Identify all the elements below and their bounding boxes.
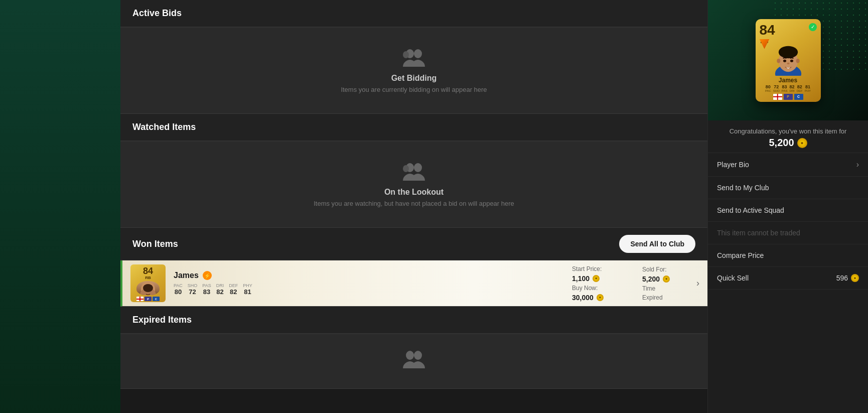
england-flag xyxy=(136,297,143,301)
svg-point-16 xyxy=(778,46,797,58)
quick-sell-action[interactable]: Quick Sell 596 ● xyxy=(708,267,868,290)
stat-dri: DRI 82 xyxy=(216,283,224,296)
won-item-james[interactable]: 84 RB xyxy=(120,260,707,307)
buy-now-price: 30,000 xyxy=(572,294,594,302)
compare-price-label: Compare Price xyxy=(717,251,764,259)
quick-sell-value-display: 596 ● xyxy=(836,274,859,282)
left-sidebar xyxy=(0,0,120,413)
win-coin-icon: ● xyxy=(797,138,807,148)
price-info: Start Price: 1,100 ● Buy Now: 30,000 ● xyxy=(572,265,632,302)
player-face-mini xyxy=(136,281,160,295)
sold-price: 5,200 xyxy=(642,275,660,283)
card-stat-phy: 81 PHY xyxy=(805,85,811,92)
win-price-value: 5,200 xyxy=(769,137,794,149)
svg-point-21 xyxy=(796,59,799,63)
active-bids-empty-subtitle: Items you are currently bidding on will … xyxy=(341,86,487,93)
item-chevron: › xyxy=(696,278,699,289)
svg-point-10 xyxy=(143,284,153,292)
sold-info: Sold For: 5,200 ● Time Expired xyxy=(642,266,692,301)
player-name-row: James ⚡ xyxy=(174,271,572,280)
svg-point-19 xyxy=(787,62,789,64)
svg-point-12 xyxy=(414,351,422,360)
watched-items-icon xyxy=(401,162,427,182)
sold-coin: ● xyxy=(663,276,670,283)
premier-league-icon: P xyxy=(144,297,152,301)
time-status: Expired xyxy=(642,294,692,301)
expired-items-title: Expired Items xyxy=(132,315,192,325)
watched-items-empty-subtitle: Items you are watching, but have not pla… xyxy=(314,200,514,207)
stat-sho: SHO 72 xyxy=(188,283,198,296)
card-flags-mini: P C xyxy=(136,297,160,301)
player-name: James xyxy=(174,271,199,280)
start-price-value-row: 1,100 ● xyxy=(572,274,632,283)
expired-items-empty xyxy=(120,334,707,389)
cannot-trade-label: This item cannot be traded xyxy=(717,229,800,237)
expired-items-header: Expired Items xyxy=(120,307,707,334)
active-bids-empty-title: Get Bidding xyxy=(391,74,437,83)
card-display-area: ✓ 84 RB xyxy=(708,0,868,120)
svg-point-20 xyxy=(777,59,780,63)
player-stats: PAC 80 SHO 72 PAS 83 DRI xyxy=(174,283,572,296)
sold-for-label: Sold For: xyxy=(642,266,692,273)
start-price-row: Start Price: xyxy=(572,265,632,272)
svg-point-5 xyxy=(403,165,409,172)
center-panel: Active Bids Get Bidding Items you are cu… xyxy=(120,0,707,413)
send-to-club-action[interactable]: Send to My Club xyxy=(708,177,868,199)
active-bids-empty: Get Bidding Items you are currently bidd… xyxy=(120,28,707,114)
buy-now-row: Buy Now: xyxy=(572,285,632,292)
card-flags-large: P C xyxy=(773,94,803,100)
send-all-button[interactable]: Send All to Club xyxy=(619,235,695,253)
quick-sell-label: Quick Sell xyxy=(717,274,749,282)
expired-items-icon xyxy=(401,349,427,369)
svg-point-11 xyxy=(406,351,414,360)
stat-phy: PHY 81 xyxy=(243,283,252,296)
card-stat-def: 82 DEF xyxy=(797,85,803,92)
won-items-header: Won Items Send All to Club xyxy=(120,228,707,260)
player-card-mini: 84 RB xyxy=(130,264,166,302)
card-player-face-large xyxy=(768,45,808,76)
card-stat-dri: 82 DRI xyxy=(789,85,794,92)
card-rating-mini: 84 xyxy=(143,266,153,276)
active-bids-title: Active Bids xyxy=(132,8,182,18)
compare-price-action[interactable]: Compare Price xyxy=(708,244,868,267)
svg-point-1 xyxy=(414,49,422,58)
card-position-mini: RB xyxy=(145,276,151,280)
card-check-icon: ✓ xyxy=(809,23,817,31)
time-label: Time xyxy=(642,285,692,292)
player-bio-chevron: › xyxy=(856,160,859,169)
send-to-active-action[interactable]: Send to Active Squad xyxy=(708,199,868,222)
player-bio-action[interactable]: Player Bio › xyxy=(708,153,868,177)
player-card-large: ✓ 84 RB xyxy=(756,19,821,102)
watched-items-header: Watched Items xyxy=(120,114,707,141)
win-info: Congratulations, you've won this item fo… xyxy=(708,120,868,153)
right-panel: ✓ 84 RB xyxy=(707,0,868,413)
buy-now-label: Buy Now: xyxy=(572,285,598,292)
pl-badge-large: P xyxy=(784,94,793,100)
card-stat-pas: 83 PAS xyxy=(782,85,788,92)
send-to-active-label: Send to Active Squad xyxy=(717,206,784,214)
player-info: James ⚡ PAC 80 SHO 72 PAS xyxy=(174,269,572,298)
svg-point-4 xyxy=(414,163,422,172)
send-to-club-label: Send to My Club xyxy=(717,184,769,192)
buy-now-coin: ● xyxy=(597,294,604,301)
quick-sell-coin: ● xyxy=(851,274,859,282)
club-icon: C xyxy=(153,297,160,301)
watched-items-title: Watched Items xyxy=(132,122,196,132)
start-price-label: Start Price: xyxy=(572,265,602,272)
england-flag-large xyxy=(773,94,782,100)
start-price-coin: ● xyxy=(593,275,600,282)
stat-pas: PAS 83 xyxy=(202,283,211,296)
player-special-icon: ⚡ xyxy=(203,271,212,280)
win-text: Congratulations, you've won this item fo… xyxy=(716,127,860,135)
card-rating-large: 84 xyxy=(760,23,775,37)
active-bids-icon xyxy=(401,48,427,68)
quick-sell-amount: 596 xyxy=(836,274,848,282)
club-badge-large: C xyxy=(794,94,803,100)
svg-point-2 xyxy=(403,51,409,58)
stat-pac: PAC 80 xyxy=(174,283,183,296)
start-price-value: 1,100 xyxy=(572,274,590,283)
won-items-title: Won Items xyxy=(132,239,178,249)
scrollable-content[interactable]: Active Bids Get Bidding Items you are cu… xyxy=(120,0,707,413)
active-bids-header: Active Bids xyxy=(120,0,707,27)
cannot-trade-action: This item cannot be traded xyxy=(708,222,868,244)
